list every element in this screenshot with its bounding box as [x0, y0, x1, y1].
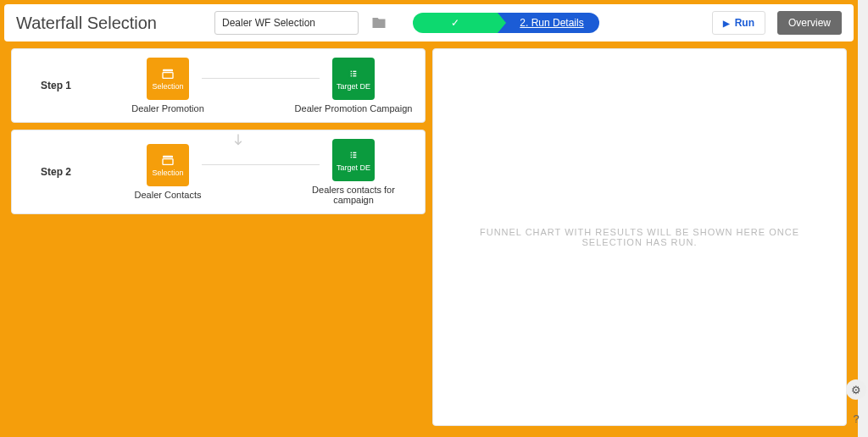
progress-stepper: ✓ 2. Run Details: [413, 13, 599, 33]
svg-rect-6: [353, 73, 356, 74]
node-type-label: Target DE: [337, 82, 370, 91]
header-bar: Waterfall Selection ✓ 2. Run Details ▶ R…: [4, 4, 854, 41]
target-de-node[interactable]: Target DE Dealers contacts for campaign: [294, 139, 413, 205]
node-caption: Dealer Contacts: [135, 190, 202, 200]
node-caption: Dealers contacts for campaign: [294, 185, 413, 205]
settings-button[interactable]: ⚙: [846, 379, 866, 400]
selection-node[interactable]: Selection Dealer Contacts: [108, 144, 227, 200]
svg-rect-1: [163, 73, 173, 79]
results-placeholder: FUNNEL CHART WITH RESULTS WILL BE SHOWN …: [450, 227, 829, 247]
step-indicator-done[interactable]: ✓: [413, 13, 498, 33]
step-label: Step 1: [24, 80, 108, 91]
svg-rect-4: [353, 71, 356, 72]
selection-name-input[interactable]: [214, 11, 359, 35]
selection-node[interactable]: Selection Dealer Promotion: [108, 58, 227, 113]
svg-rect-11: [163, 159, 173, 165]
svg-rect-13: [353, 152, 356, 153]
help-icon: ?: [853, 412, 859, 425]
page-title: Waterfall Selection: [16, 14, 203, 33]
node-type-label: Selection: [152, 82, 183, 91]
node-caption: Dealer Promotion: [131, 103, 204, 113]
svg-rect-5: [351, 73, 352, 74]
play-icon: ▶: [723, 19, 730, 28]
step-label: Step 2: [24, 166, 108, 178]
node-type-label: Target DE: [337, 163, 370, 172]
selection-icon: [159, 67, 176, 80]
svg-rect-7: [351, 75, 352, 76]
run-button-label: Run: [735, 17, 754, 29]
steps-panel: Step 1 Selection Dealer Promotion: [11, 48, 426, 426]
svg-rect-14: [351, 154, 352, 155]
svg-rect-12: [351, 152, 352, 153]
target-de-node[interactable]: Target DE Dealer Promotion Campaign: [294, 58, 413, 113]
svg-rect-16: [351, 157, 352, 158]
run-button[interactable]: ▶ Run: [712, 11, 765, 35]
vertical-scrollbar[interactable]: [858, 0, 868, 437]
target-de-icon: [345, 148, 362, 162]
checkmark-icon: ✓: [451, 17, 459, 29]
arrow-down-icon: [230, 130, 247, 151]
results-panel: FUNNEL CHART WITH RESULTS WILL BE SHOWN …: [432, 48, 847, 426]
overview-button[interactable]: Overview: [777, 11, 842, 35]
node-caption: Dealer Promotion Campaign: [295, 103, 413, 113]
gear-icon: ⚙: [851, 384, 861, 396]
step-indicator-active[interactable]: 2. Run Details: [498, 13, 599, 33]
node-type-label: Selection: [152, 169, 183, 177]
svg-rect-17: [353, 157, 356, 158]
step-card: Step 2 Selection Dealer Contacts: [11, 130, 426, 214]
svg-rect-15: [353, 154, 356, 155]
target-de-icon: [345, 67, 362, 80]
step-card: Step 1 Selection Dealer Promotion: [11, 48, 426, 123]
selection-icon: [159, 153, 176, 167]
svg-rect-8: [353, 75, 356, 76]
svg-rect-0: [163, 69, 173, 72]
svg-rect-10: [163, 156, 173, 158]
svg-rect-3: [351, 71, 352, 72]
help-button[interactable]: ?: [846, 408, 866, 429]
folder-icon[interactable]: [370, 15, 387, 30]
